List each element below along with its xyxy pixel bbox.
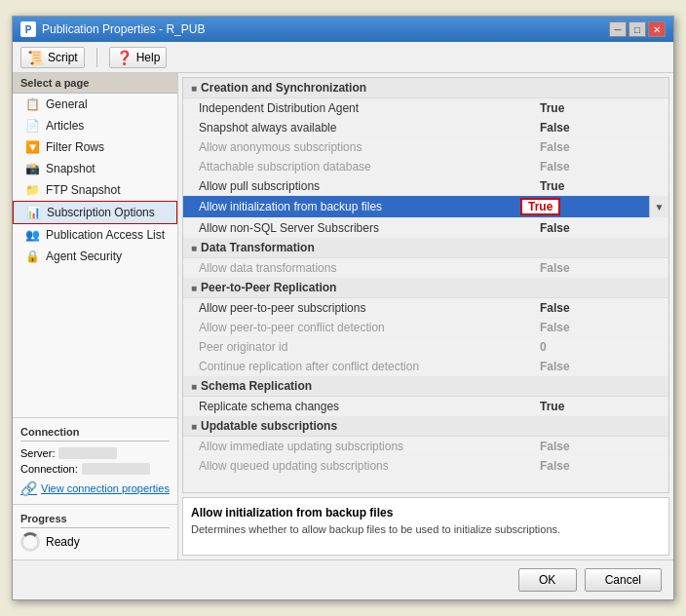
properties-table: ■ Creation and Synchronization Independe…: [182, 77, 669, 493]
server-row: Server:: [20, 447, 170, 459]
prop-name-selected: Allow initialization from backup files: [183, 196, 513, 217]
prop-value: False: [532, 218, 668, 237]
connection-row: Connection:: [20, 463, 170, 475]
sidebar-item-filter-rows-label: Filter Rows: [46, 140, 104, 154]
script-button[interactable]: 📜 Script: [20, 47, 85, 68]
prop-value: True: [532, 176, 668, 195]
right-panel: ■ Creation and Synchronization Independe…: [178, 73, 673, 559]
table-row-selected[interactable]: Allow initialization from backup files T…: [183, 196, 668, 218]
toolbar: 📜 Script ❓ Help: [13, 42, 673, 73]
subscription-options-icon: 📊: [25, 205, 41, 220]
table-row: Continue replication after conflict dete…: [183, 357, 668, 376]
prop-name: Snapshot always available: [183, 118, 532, 136]
collapse-icon-updatable-subscriptions[interactable]: ■: [191, 421, 197, 432]
connection-value: [82, 463, 150, 475]
prop-value: False: [532, 118, 668, 136]
progress-section: Progress Ready: [13, 504, 177, 559]
sidebar-item-ftp-snapshot[interactable]: 📁 FTP Snapshot: [13, 179, 177, 201]
section-updatable-subscriptions: ■ Updatable subscriptions: [183, 416, 668, 437]
table-row: Peer originator id 0: [183, 337, 668, 357]
collapse-icon-peer-to-peer[interactable]: ■: [191, 283, 197, 293]
close-button[interactable]: ✕: [648, 21, 666, 37]
general-icon: 📋: [24, 96, 40, 112]
script-label: Script: [48, 51, 78, 64]
section-updatable-subscriptions-title: Updatable subscriptions: [201, 419, 337, 433]
collapse-icon-creation-sync[interactable]: ■: [191, 83, 197, 94]
view-connection-properties-link[interactable]: 🔗 View connection properties: [20, 481, 170, 496]
prop-name: Peer originator id: [183, 337, 532, 356]
window-title: Publication Properties - R_PUB: [42, 22, 205, 36]
progress-title: Progress: [20, 513, 170, 528]
connection-section: Connection Server: Connection: 🔗 View co…: [13, 417, 177, 504]
section-peer-to-peer-title: Peer-to-Peer Replication: [201, 281, 336, 294]
prop-name: Allow anonymous subscriptions: [183, 137, 532, 156]
sidebar-section-header: Select a page: [13, 73, 177, 94]
prop-value: True: [532, 98, 668, 117]
section-peer-to-peer: ■ Peer-to-Peer Replication: [183, 278, 668, 298]
sidebar-item-publication-access-list-label: Publication Access List: [46, 228, 165, 242]
prop-value: False: [532, 456, 668, 475]
table-row: Snapshot always available False: [183, 118, 668, 137]
prop-name: Replicate schema changes: [183, 397, 532, 415]
section-schema-replication: ■ Schema Replication: [183, 376, 668, 397]
sidebar-item-articles[interactable]: 📄 Articles: [13, 115, 177, 136]
prop-name: Allow data transformations: [183, 258, 532, 277]
prop-name: Independent Distribution Agent: [183, 98, 532, 117]
table-row: Allow peer-to-peer subscriptions False: [183, 298, 668, 318]
connection-label: Connection:: [20, 463, 78, 475]
table-row: Allow pull subscriptions True: [183, 176, 668, 196]
sidebar-item-general-label: General: [46, 97, 88, 111]
sidebar: Select a page 📋 General 📄 Articles 🔽 Fil…: [13, 73, 178, 559]
sidebar-item-snapshot[interactable]: 📸 Snapshot: [13, 158, 177, 179]
publication-access-list-icon: 👥: [24, 227, 40, 243]
prop-value: False: [532, 298, 668, 317]
collapse-icon-schema-replication[interactable]: ■: [191, 381, 197, 392]
collapse-icon-data-transformation[interactable]: ■: [191, 243, 197, 253]
prop-value: True: [532, 397, 668, 415]
minimize-button[interactable]: ─: [609, 21, 627, 37]
table-row: Replicate schema changes True: [183, 397, 668, 416]
prop-value-selected: True: [513, 196, 649, 217]
help-icon: ❓: [116, 50, 133, 65]
prop-value: False: [532, 357, 668, 375]
connection-title: Connection: [20, 426, 170, 442]
sidebar-item-general[interactable]: 📋 General: [13, 94, 177, 115]
section-creation-sync: ■ Creation and Synchronization: [183, 78, 668, 98]
section-creation-sync-title: Creation and Synchronization: [201, 81, 366, 95]
table-row: Allow anonymous subscriptions False: [183, 137, 668, 157]
help-button[interactable]: ❓ Help: [109, 47, 168, 68]
ok-button[interactable]: OK: [518, 568, 577, 592]
sidebar-item-filter-rows[interactable]: 🔽 Filter Rows: [13, 136, 177, 158]
prop-name: Allow pull subscriptions: [183, 176, 532, 195]
section-data-transformation: ■ Data Transformation: [183, 238, 668, 258]
sidebar-item-agent-security[interactable]: 🔒 Agent Security: [13, 246, 177, 267]
titlebar: P Publication Properties - R_PUB ─ □ ✕: [13, 17, 673, 42]
prop-value: False: [532, 157, 668, 175]
progress-spinner: [20, 532, 40, 552]
help-label: Help: [136, 51, 161, 64]
maximize-button[interactable]: □: [629, 21, 646, 37]
sidebar-item-articles-label: Articles: [46, 119, 84, 133]
main-content: Select a page 📋 General 📄 Articles 🔽 Fil…: [13, 73, 673, 559]
sidebar-item-snapshot-label: Snapshot: [46, 162, 95, 175]
sidebar-item-publication-access-list[interactable]: 👥 Publication Access List: [13, 224, 177, 246]
sidebar-item-subscription-options[interactable]: 📊 Subscription Options: [13, 201, 177, 224]
toolbar-separator: [96, 48, 97, 67]
cancel-button[interactable]: Cancel: [585, 568, 662, 592]
titlebar-left: P Publication Properties - R_PUB: [20, 21, 205, 37]
table-row: Attachable subscription database False: [183, 157, 668, 176]
filter-rows-icon: 🔽: [24, 139, 40, 155]
table-row: Allow peer-to-peer conflict detection Fa…: [183, 318, 668, 337]
agent-security-icon: 🔒: [24, 249, 40, 264]
prop-name: Allow peer-to-peer conflict detection: [183, 318, 532, 336]
table-row: Allow non-SQL Server Subscribers False: [183, 218, 668, 238]
description-panel: Allow initialization from backup files D…: [182, 497, 669, 556]
progress-status: Ready: [46, 535, 80, 549]
connection-link-label: View connection properties: [41, 482, 170, 494]
prop-value-bordered: True: [520, 198, 560, 215]
main-window: P Publication Properties - R_PUB ─ □ ✕ 📜…: [12, 16, 674, 600]
prop-value: 0: [532, 337, 668, 356]
script-icon: 📜: [27, 50, 44, 65]
ftp-snapshot-icon: 📁: [24, 182, 40, 198]
dropdown-arrow[interactable]: ▼: [649, 196, 668, 217]
